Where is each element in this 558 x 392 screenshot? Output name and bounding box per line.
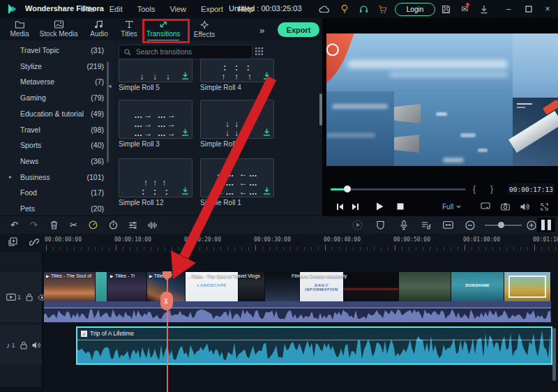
play-button[interactable] [374, 201, 385, 212]
speed-icon[interactable] [87, 219, 99, 231]
export-button[interactable]: Export [278, 22, 319, 37]
sidebar-item-pets[interactable]: Pets(20) [0, 201, 113, 216]
duration-clock-icon[interactable] [107, 219, 119, 231]
tab-effects[interactable]: Effects [194, 20, 215, 38]
playhead-scissors-icon[interactable]: ✂ [160, 292, 173, 310]
login-button[interactable]: Login [395, 3, 435, 16]
previous-frame-button[interactable] [334, 201, 345, 212]
grid-view-icon[interactable] [255, 47, 263, 55]
tab-audio[interactable]: Audio [90, 20, 108, 38]
stop-button[interactable] [395, 201, 406, 212]
fit-timeline-icon[interactable] [442, 219, 454, 231]
menu-tools[interactable]: Tools [137, 5, 156, 13]
sidebar-item-news[interactable]: News(36) [0, 153, 113, 169]
panel-splitter-handle[interactable] [319, 93, 322, 126]
mail-icon[interactable]: ✉ [459, 3, 470, 15]
download-icon[interactable] [263, 128, 271, 136]
menu-view[interactable]: View [169, 5, 186, 13]
zoom-out-icon[interactable] [464, 219, 476, 231]
lightbulb-icon[interactable] [339, 3, 350, 15]
menu-export[interactable]: Export [201, 5, 223, 13]
transition-thumb-simple-roll-1[interactable]: ←… ←… ←… ←… ←… ←… [200, 158, 274, 197]
sidebar-item-travel[interactable]: Travel(98) [0, 122, 113, 137]
video-clip-12[interactable] [504, 272, 551, 301]
tab-media[interactable]: Media [10, 20, 29, 38]
preview-seek-handle[interactable] [344, 186, 351, 193]
voiceover-mic-icon[interactable] [398, 219, 409, 231]
sidebar-collapse-icon[interactable]: ◂ [108, 82, 112, 89]
vertical-scrollbar[interactable] [552, 328, 556, 381]
sidebar-scrollbar[interactable] [107, 61, 109, 163]
sidebar-item-business[interactable]: ▸Business(101) [0, 169, 113, 185]
quality-dropdown[interactable]: Full [442, 203, 461, 211]
transition-thumb-simple-roll-4[interactable]: : : : ↑ ↑ ↑ [200, 59, 274, 82]
menu-edit[interactable]: Edit [110, 5, 123, 13]
denoise-icon[interactable] [146, 219, 158, 231]
download-icon[interactable] [181, 128, 189, 136]
manage-tracks-icon[interactable] [7, 236, 19, 248]
fullscreen-icon[interactable] [538, 201, 550, 212]
mark-out-icon[interactable]: } [490, 184, 493, 194]
sidebar-item-travel-topic[interactable]: Travel Topic(31) [0, 43, 113, 58]
volume-icon[interactable] [519, 201, 530, 212]
lock-icon[interactable] [20, 341, 27, 349]
timeline-ruler[interactable]: 00:00:00:0000:00:10:0000:00:20:0000:00:3… [0, 234, 558, 252]
render-preview-icon[interactable] [352, 219, 363, 231]
close-button[interactable]: × [542, 3, 553, 15]
playhead-line[interactable] [167, 271, 168, 392]
tab-titles[interactable]: Titles [121, 20, 137, 38]
download-icon[interactable] [263, 187, 271, 195]
sidebar-item-gaming[interactable]: Gaming(79) [0, 90, 113, 105]
speaker-icon[interactable] [32, 342, 40, 349]
cart-icon[interactable] [377, 3, 388, 15]
search-input[interactable] [135, 47, 252, 56]
tab-stock-media[interactable]: Stock Media [39, 20, 77, 38]
video-clip-11[interactable]: SUNSHINE [451, 272, 504, 301]
auto-ripple-link-icon[interactable] [28, 236, 40, 248]
transition-thumb-simple-roll-3[interactable]: …→ …→ …→ …→ …→ …→ [119, 100, 193, 139]
undo-icon[interactable]: ↶ [8, 219, 20, 231]
preview-video[interactable] [326, 33, 558, 166]
support-headset-icon[interactable] [358, 3, 369, 15]
audio-volume-line[interactable] [77, 340, 551, 340]
mark-in-icon[interactable]: { [473, 184, 476, 194]
snapshot-camera-icon[interactable] [499, 201, 511, 212]
audio-mixer-icon[interactable] [420, 219, 432, 231]
transition-thumb-simple-roll-12[interactable]: ↑ ↑ ↑ : : : [119, 158, 193, 197]
download-icon[interactable] [478, 3, 490, 15]
maximize-button[interactable] [523, 3, 534, 15]
delete-icon[interactable] [48, 219, 60, 231]
menu-file[interactable]: File [82, 5, 95, 13]
preview-seek-track[interactable] [331, 188, 466, 190]
lock-icon[interactable] [26, 293, 33, 301]
mask-shield-icon[interactable] [375, 219, 386, 231]
audio-clip[interactable]: ♪ Trip of A Lifetime [76, 326, 552, 365]
minimize-button[interactable]: – [503, 3, 514, 15]
cloud-icon[interactable] [318, 3, 329, 15]
sidebar-item-food[interactable]: Food(17) [0, 185, 113, 200]
download-icon[interactable] [181, 187, 189, 195]
expand-arrow-icon: ▸ [9, 174, 12, 180]
search-box[interactable] [119, 45, 252, 59]
more-tabs-button[interactable]: » [259, 25, 264, 36]
zoom-in-icon[interactable] [525, 219, 537, 231]
video-clip-9[interactable] [344, 272, 399, 301]
next-frame-button[interactable] [349, 201, 361, 212]
timeline-zoom-handle[interactable] [498, 222, 504, 228]
video-clip-2[interactable] [96, 272, 107, 301]
video-clip-10[interactable] [399, 272, 451, 301]
sidebar-item-sports[interactable]: Sports(40) [0, 137, 113, 153]
download-icon[interactable] [181, 72, 189, 80]
panel-layout-toggle[interactable] [537, 218, 555, 232]
download-icon[interactable] [263, 72, 271, 80]
split-scissors-icon[interactable]: ✂ [68, 219, 80, 231]
transition-thumb-simple-roll-5[interactable]: ↓ ↓ ↓ [119, 59, 193, 82]
adjust-sliders-icon[interactable] [127, 219, 139, 231]
sidebar-item-metaverse[interactable]: Metaverse(7) [0, 74, 113, 89]
display-device-icon[interactable] [480, 201, 491, 212]
transition-thumb-simple-roll-2[interactable]: ↓ ↓ ↓ ↓ ↓ ↓ [200, 100, 274, 139]
sidebar-item-stylize[interactable]: Stylize(219) [0, 59, 113, 74]
sidebar-item-education-tutorial[interactable]: Education & tutorial(49) [0, 106, 113, 121]
save-icon[interactable] [440, 3, 451, 15]
redo-icon[interactable]: ↷ [28, 219, 40, 231]
